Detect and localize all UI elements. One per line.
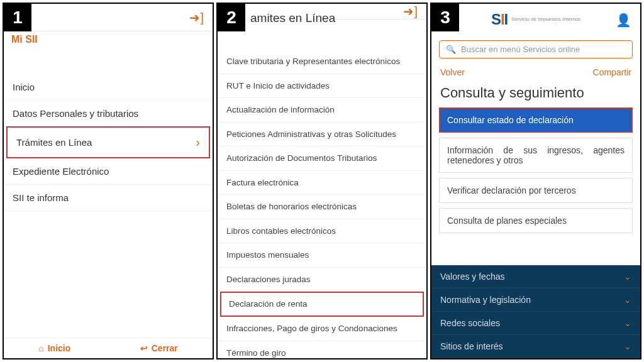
submenu-item[interactable]: Autorización de Documentos Tributarios: [218, 146, 426, 171]
back-link[interactable]: Volver: [440, 67, 465, 77]
page-title: Consulta y seguimiento: [431, 81, 640, 107]
footer-row[interactable]: Valores y fechas⌄: [431, 265, 640, 288]
submenu-item[interactable]: RUT e Inicio de actividades: [218, 74, 426, 99]
option-card[interactable]: Consulta de planes especiales: [439, 208, 633, 233]
main-menu: InicioDatos Personales y tributariosTrám…: [4, 74, 213, 211]
submenu-item[interactable]: Libros contables electrónicos: [218, 219, 426, 244]
submenu-item[interactable]: Actualización de información: [218, 98, 426, 123]
submenu-item[interactable]: Peticiones Administrativas y otras Solic…: [218, 123, 426, 147]
footer-row[interactable]: Redes sociales⌄: [431, 312, 640, 335]
menu-item-label: Expediente Electrónico: [13, 166, 109, 177]
exit-icon: ↩: [140, 343, 148, 353]
footer-accordion: Valores y fechas⌄Normativa y legislación…: [431, 265, 640, 358]
menu-item[interactable]: Datos Personales y tributarios: [4, 101, 213, 127]
menu-item-label: Inicio: [13, 82, 35, 92]
chevron-right-icon: ›: [196, 135, 200, 150]
footer-row-label: Sitios de interés: [440, 341, 503, 351]
header: SII Servicio de Impuestos Internos 👤: [431, 4, 640, 35]
footer-row-label: Normativa y legislación: [440, 295, 531, 305]
submenu-item[interactable]: Clave tributaria y Representantes electr…: [218, 50, 426, 74]
header: ➜]: [4, 4, 213, 31]
search-placeholder: Buscar en menú Servicios online: [461, 45, 580, 54]
step-badge: 3: [431, 4, 459, 31]
share-link[interactable]: Compartir: [593, 67, 631, 77]
submenu-item[interactable]: Impuestos mensuales: [218, 243, 426, 268]
menu-item[interactable]: SII te informa: [4, 185, 213, 211]
step-2-panel: 2 ➜] amites en Línea Clave tributaria y …: [216, 3, 428, 359]
page-title: amites en Línea: [250, 11, 335, 25]
submenu-item[interactable]: Boletas de honorarios electrónicas: [218, 195, 426, 219]
menu-item-label: SII te informa: [13, 192, 69, 203]
login-icon[interactable]: ➜]: [403, 4, 418, 19]
footer-row-label: Redes sociales: [440, 318, 500, 328]
submenu-item[interactable]: Término de giro: [218, 341, 426, 359]
logo-subtitle: Servicio de Impuestos Internos: [511, 17, 580, 22]
chevron-down-icon: ⌄: [624, 318, 631, 328]
submenu-item[interactable]: Declaración de renta: [220, 292, 424, 317]
bottom-bar: ⌂Inicio ↩Cerrar: [4, 337, 213, 358]
home-link[interactable]: ⌂Inicio: [38, 343, 70, 353]
submenu-item[interactable]: Infracciones, Pago de giros y Condonacio…: [218, 317, 426, 341]
close-link[interactable]: ↩Cerrar: [140, 343, 178, 353]
menu-item[interactable]: Inicio: [4, 74, 213, 101]
step-badge: 2: [218, 4, 245, 31]
nav-links: Volver Compartir: [431, 63, 640, 81]
submenu-item[interactable]: Declaraciones juradas: [218, 268, 426, 292]
user-icon[interactable]: 👤: [616, 13, 631, 28]
submenu: Clave tributaria y Representantes electr…: [218, 50, 426, 359]
menu-item[interactable]: Expediente Electrónico: [4, 158, 213, 185]
footer-row-label: Valores y fechas: [440, 272, 504, 282]
step-badge: 1: [4, 4, 31, 31]
footer-row[interactable]: Normativa y legislación⌄: [431, 288, 640, 312]
menu-item-label: Datos Personales y tributarios: [13, 108, 138, 119]
login-icon[interactable]: ➜]: [189, 10, 204, 25]
brand-title: Mi SII: [11, 34, 38, 45]
search-input[interactable]: 🔍 Buscar en menú Servicios online: [439, 40, 633, 58]
option-card[interactable]: Consultar estado de declaración: [439, 107, 633, 133]
option-card[interactable]: Verificar declaración por terceros: [439, 178, 633, 203]
menu-item-label: Trámites en Línea: [16, 137, 92, 148]
chevron-down-icon: ⌄: [624, 341, 631, 351]
chevron-down-icon: ⌄: [624, 295, 631, 305]
chevron-down-icon: ⌄: [624, 272, 631, 282]
submenu-item[interactable]: Factura electrónica: [218, 171, 426, 195]
menu-item[interactable]: Trámites en Línea›: [6, 126, 210, 158]
footer-row[interactable]: Sitios de interés⌄: [431, 335, 640, 358]
logo: SII Servicio de Impuestos Internos: [491, 11, 580, 28]
option-card[interactable]: Información de sus ingresos, agentes ret…: [439, 138, 633, 173]
home-icon: ⌂: [38, 343, 43, 353]
search-icon: 🔍: [446, 45, 456, 54]
step-3-panel: 3 SII Servicio de Impuestos Internos 👤 🔍…: [430, 3, 641, 359]
card-list: Consultar estado de declaraciónInformaci…: [431, 107, 640, 233]
step-1-panel: 1 ➜] Mi SII InicioDatos Personales y tri…: [3, 3, 214, 359]
